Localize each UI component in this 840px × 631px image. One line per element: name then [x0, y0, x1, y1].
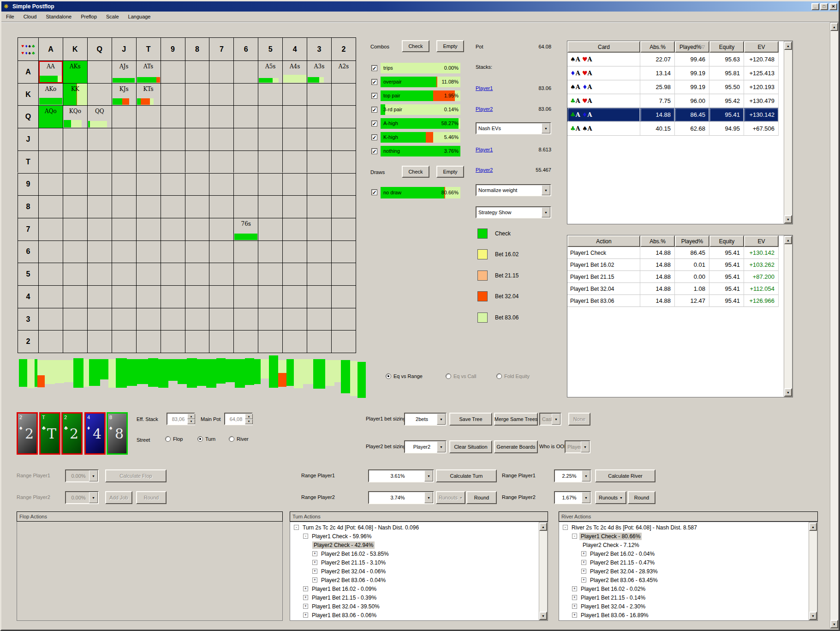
spinner-up-icon[interactable]: ▲ [245, 414, 253, 419]
combo-checkbox[interactable]: ✓ [371, 93, 377, 99]
table-cell[interactable]: ♣A ♠A [567, 122, 640, 136]
matrix-cell[interactable]: AJs [112, 60, 136, 83]
tree-row[interactable]: +Player1 Bet 21.15 - 0.14% [560, 593, 817, 602]
table-col-header[interactable]: EV [744, 235, 779, 247]
matrix-cell[interactable] [331, 128, 356, 150]
tree-node-label[interactable]: Player2 Bet 83.06 - 0.04% [320, 577, 387, 584]
matrix-cell[interactable] [331, 83, 356, 106]
table-cell[interactable]: +67.506 [744, 122, 779, 136]
tree-row[interactable]: -River 2s Tc 2c 4d 8s [Pot: 64.08] - Nas… [560, 523, 817, 532]
combo-checkbox[interactable]: ✓ [371, 120, 377, 126]
tree-node-label[interactable]: Player1 Check - 59.96% [310, 533, 373, 540]
matrix-cell[interactable] [233, 173, 258, 196]
chevron-down-icon[interactable]: ▼ [542, 207, 550, 217]
matrix-cell[interactable] [161, 285, 185, 308]
tree-node-label[interactable]: Turn 2s Tc 2c 4d [Pot: 64.08] - Nash Dis… [301, 524, 420, 531]
matrix-cell[interactable] [63, 150, 87, 173]
matrix-cell[interactable] [161, 173, 185, 196]
street-river-radio[interactable]: River [229, 436, 249, 442]
table-col-header[interactable]: Played% ▽ [675, 41, 709, 53]
matrix-cell[interactable] [161, 263, 185, 285]
table-cell[interactable]: 0.00 [675, 271, 709, 283]
matrix-cell[interactable] [38, 195, 63, 218]
table-cell[interactable]: 25.98 [640, 80, 675, 94]
matrix-cell[interactable] [258, 240, 282, 263]
matrix-cell[interactable] [331, 330, 356, 353]
matrix-cell[interactable] [282, 105, 307, 128]
matrix-cell[interactable] [63, 173, 87, 196]
board-card[interactable]: 4♦4 [84, 412, 106, 455]
matrix-cell[interactable] [112, 150, 136, 173]
matrix-cell[interactable]: 76s [233, 218, 258, 240]
matrix-cell[interactable] [161, 150, 185, 173]
table-cell[interactable]: Player1 Bet 83.06 [567, 295, 640, 307]
matrix-cell[interactable] [112, 128, 136, 150]
nash-evs-dropdown[interactable]: Nash EVs▼ [476, 122, 551, 134]
matrix-cell[interactable] [307, 128, 331, 150]
merge-same-trees-button[interactable]: Merge Same Trees [494, 413, 538, 426]
matrix-cell[interactable] [87, 308, 112, 331]
tree-row[interactable]: +Player1 Bet 32.04 - 39.50% [291, 602, 548, 611]
table-cell[interactable]: 13.14 [640, 66, 675, 80]
matrix-cell[interactable] [307, 105, 331, 128]
expand-icon[interactable]: + [303, 604, 308, 609]
matrix-cell[interactable] [233, 60, 258, 83]
matrix-cell[interactable] [209, 173, 233, 196]
matrix-cell[interactable]: KJs [112, 83, 136, 106]
matrix-cell[interactable] [282, 83, 307, 106]
matrix-cell[interactable] [233, 150, 258, 173]
matrix-cell[interactable] [38, 150, 63, 173]
matrix-cell[interactable] [185, 218, 209, 240]
matrix-cell[interactable] [258, 173, 282, 196]
round-button-river[interactable]: Round [628, 491, 655, 504]
expand-icon[interactable]: + [581, 569, 586, 574]
radio-icon[interactable] [165, 436, 171, 442]
matrix-cell[interactable] [209, 195, 233, 218]
matrix-cell[interactable] [258, 330, 282, 353]
matrix-cell[interactable] [307, 195, 331, 218]
calculate-river-button[interactable]: Calculate River [595, 469, 655, 482]
matrix-cell[interactable] [38, 285, 63, 308]
range-p2-dropdown-river[interactable]: 1.67%▼ [554, 491, 591, 504]
scroll-down-icon[interactable]: ▼ [784, 215, 792, 223]
chevron-down-icon[interactable]: ▼ [437, 441, 446, 452]
matrix-cell[interactable] [112, 285, 136, 308]
matrix-cell[interactable] [282, 240, 307, 263]
matrix-cell[interactable] [87, 330, 112, 353]
table-cell[interactable]: 95.41 [709, 247, 744, 259]
matrix-cell[interactable] [258, 83, 282, 106]
matrix-cell[interactable] [258, 150, 282, 173]
table-cell[interactable]: +130.479 [744, 94, 779, 108]
matrix-cell[interactable] [136, 105, 161, 128]
close-icon[interactable]: ✕ [829, 3, 837, 10]
spinner-down-icon[interactable]: ▼ [187, 419, 195, 425]
clear-situation-button[interactable]: Clear Situation [449, 440, 492, 453]
scroll-up-icon[interactable]: ▲ [784, 42, 792, 50]
draws-empty-button[interactable]: Empty [436, 166, 464, 178]
matrix-cell[interactable] [331, 195, 356, 218]
calculate-turn-button[interactable]: Calculate Turn [436, 469, 497, 482]
expand-icon[interactable]: + [312, 551, 317, 556]
normalize-weight-dropdown[interactable]: Normalize weight▼ [476, 184, 551, 196]
table-col-header[interactable]: Action [567, 235, 640, 247]
matrix-cell[interactable] [63, 330, 87, 353]
matrix-cell[interactable] [87, 173, 112, 196]
matrix-cell[interactable] [38, 173, 63, 196]
range-p1-dropdown-river[interactable]: 2.25%▼ [554, 469, 591, 482]
menu-standalone[interactable]: Standalone [46, 14, 71, 19]
matrix-cell[interactable] [136, 128, 161, 150]
table-cell[interactable]: 22.07 [640, 53, 675, 66]
expand-icon[interactable]: + [303, 613, 308, 618]
table-cell[interactable]: 86.45 [675, 108, 709, 122]
matrix-cell[interactable] [209, 263, 233, 285]
table-cell[interactable]: 1.08 [675, 283, 709, 295]
matrix-cell[interactable] [63, 240, 87, 263]
save-tree-button[interactable]: Save Tree [449, 413, 492, 426]
menu-preflop[interactable]: Preflop [81, 14, 97, 19]
draws-check-button[interactable]: Check [402, 166, 429, 178]
matrix-cell[interactable] [185, 83, 209, 106]
matrix-cell[interactable] [63, 263, 87, 285]
expand-icon[interactable]: + [572, 586, 577, 591]
table-cell[interactable]: Player1 Bet 16.02 [567, 259, 640, 271]
collapse-icon[interactable]: - [572, 534, 577, 539]
